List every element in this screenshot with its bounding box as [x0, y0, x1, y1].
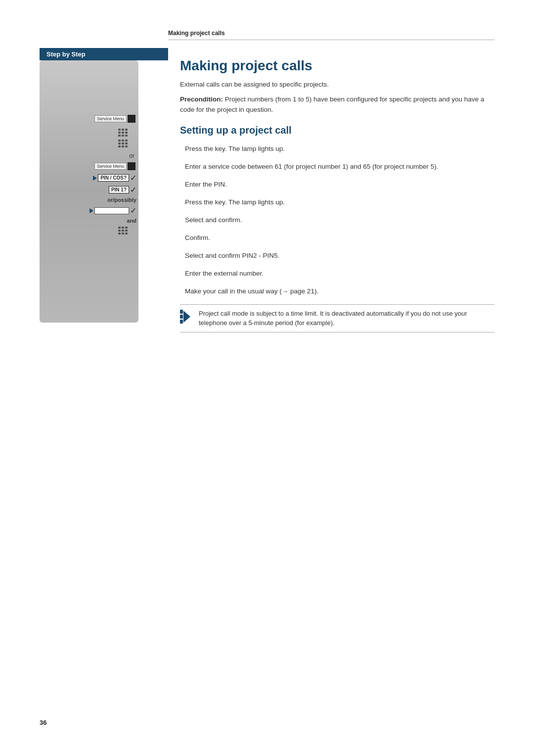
step-text-4: Press the key. The lamp lights up.	[180, 196, 494, 207]
service-menu-button-2: Service Menu	[94, 163, 127, 170]
info-icon	[180, 309, 195, 324]
sidebar-or-possibly-label: or/possibly	[107, 197, 136, 203]
precondition-text: Precondition: Project numbers (from 1 to…	[180, 94, 494, 115]
sidebar-or-label: or	[129, 152, 134, 159]
step-by-step-badge: Step by Step	[40, 48, 168, 60]
lamp-indicator-2	[128, 162, 135, 170]
step-text-2: Enter a service code between 61 (for pro…	[180, 161, 494, 172]
check-pin-1: ✓	[130, 185, 136, 194]
page-title: Making project calls	[180, 58, 494, 74]
keypad-icon-1	[118, 129, 128, 137]
pin-1-button: PIN 1?	[109, 186, 129, 193]
precondition-body: Project numbers (from 1 to 5) have been …	[180, 95, 484, 113]
intro-text: External calls can be assigned to specif…	[180, 80, 494, 90]
service-menu-label-1: Service Menu	[97, 116, 124, 121]
phone-illustration: Service Menu	[40, 60, 138, 323]
keypad-icon-2	[118, 140, 128, 147]
main-content: Making project calls External calls can …	[168, 48, 494, 332]
step-text-7: Select and confirm PIN2 - PIN5.	[180, 250, 494, 261]
step-text-9: Make your call in the usual way (→ page …	[180, 285, 494, 296]
step-row-8: Enter the external number.	[180, 268, 494, 282]
page-number: 36	[40, 719, 46, 726]
service-menu-button-1: Service Menu	[94, 115, 127, 122]
step-row-7: Select and confirm PIN2 - PIN5.	[180, 250, 494, 264]
sidebar-and-label: and	[127, 218, 136, 224]
blank-field	[94, 207, 129, 214]
step-text-3: Enter the PIN.	[180, 179, 494, 189]
step-row-2: Enter a service code between 61 (for pro…	[180, 161, 494, 175]
step-row-9: Make your call in the usual way (→ page …	[180, 285, 494, 299]
step-row-4: Press the key. The lamp lights up.	[180, 196, 494, 210]
precondition-label: Precondition:	[180, 95, 223, 103]
step-text-8: Enter the external number.	[180, 268, 494, 279]
step-row-3: Enter the PIN.	[180, 179, 494, 192]
breadcrumb: Making project calls	[168, 30, 225, 37]
sidebar: Step by Step Service Menu	[40, 48, 168, 332]
section-title: Setting up a project call	[180, 125, 494, 136]
step-text-1: Press the key. The lamp lights up.	[180, 143, 494, 154]
info-text: Project call mode is subject to a time l…	[199, 309, 494, 328]
arrow-blank	[89, 208, 93, 213]
service-menu-label-2: Service Menu	[97, 164, 124, 169]
info-box: Project call mode is subject to a time l…	[180, 304, 494, 332]
keypad-icon-3	[118, 227, 128, 235]
step-row-6: Confirm.	[180, 232, 494, 246]
step-text-6: Confirm.	[180, 232, 494, 243]
step-row-1: Press the key. The lamp lights up.	[180, 143, 494, 157]
step-row-5: Select and confirm.	[180, 214, 494, 228]
page: Making project calls Step by Step Servic…	[0, 0, 534, 756]
arrow-pin-cos	[93, 176, 97, 181]
lamp-indicator-1	[128, 115, 135, 123]
pin-cos-button: PIN / COS?	[98, 174, 129, 182]
step-text-5: Select and confirm.	[180, 214, 494, 225]
check-blank: ✓	[130, 206, 136, 215]
check-pin-cos: ✓	[130, 173, 136, 183]
